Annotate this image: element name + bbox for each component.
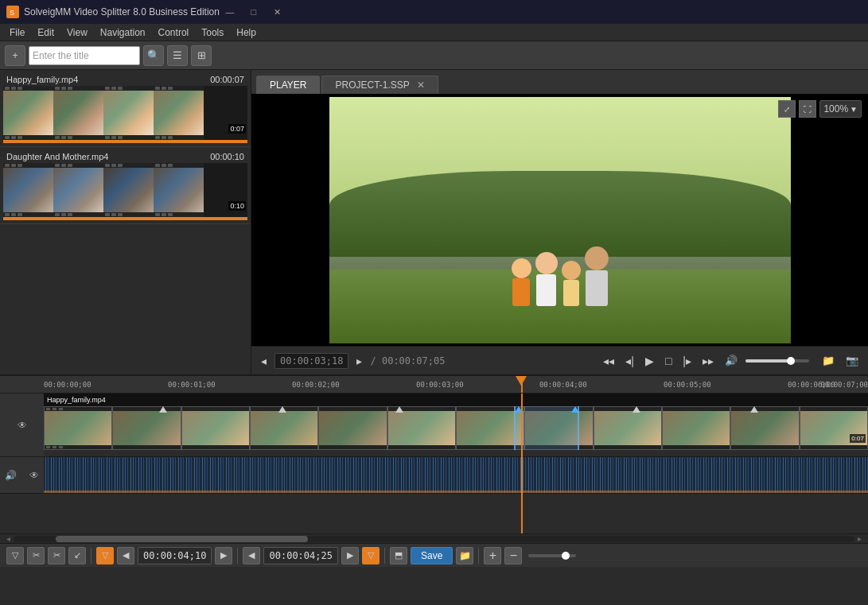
audio-eye-icon[interactable]: 👁: [29, 470, 39, 481]
clip-thumb-2-2: [53, 163, 103, 217]
minus-button[interactable]: −: [504, 547, 522, 564]
volume-slider[interactable]: [745, 359, 809, 363]
search-button[interactable]: 🔍: [143, 45, 164, 66]
ruler-mark-1: 00:00:01;00: [168, 381, 216, 389]
mark-in-next-button[interactable]: ▶: [215, 547, 232, 564]
separator-2: [237, 548, 238, 564]
ruler-mark-0: 00:00:00;00: [44, 381, 91, 389]
player-tabs: PLAYER PROJECT-1.SSP ✕: [251, 70, 868, 94]
title-bar: S SolveigMM Video Splitter 8.0 Business …: [0, 0, 868, 24]
mark-in-filter[interactable]: ▽: [96, 547, 114, 564]
scrollbar-track[interactable]: [14, 536, 854, 542]
separator-1: [91, 548, 91, 564]
split-icon: ✂: [33, 550, 40, 560]
close-button[interactable]: ✕: [267, 4, 288, 20]
tab-project[interactable]: PROJECT-1.SSP ✕: [321, 76, 438, 94]
split-button-2[interactable]: ✂: [48, 547, 65, 564]
film-strip: 0:07: [44, 406, 868, 450]
menu-control[interactable]: Control: [152, 25, 196, 40]
selection-region: [514, 406, 580, 450]
ruler-mark-7: 00:00:07;00: [820, 381, 868, 389]
tab-close-icon[interactable]: ✕: [417, 80, 425, 91]
zoom-slider-knob[interactable]: [562, 552, 570, 560]
split-icon-2: ✂: [53, 550, 60, 560]
clip-thumbnails-2[interactable]: 0:10: [3, 163, 247, 217]
timeline-tracks: 👁 Happy_family.mp4: [0, 394, 868, 533]
main-toolbar: + 🔍 ☰ ⊞: [0, 41, 868, 70]
mark-button[interactable]: ↙: [68, 547, 86, 564]
folder-icon: 📁: [459, 550, 471, 561]
next-segment-button[interactable]: ▸▸: [699, 353, 717, 369]
open-folder-icon[interactable]: 📁: [822, 355, 835, 366]
mark-out-time-display: 00:00:04;25: [263, 547, 337, 564]
menu-tools[interactable]: Tools: [195, 25, 230, 40]
clip-header-2: Daughter And Mother.mp4 00:00:10: [3, 150, 247, 163]
stop-button[interactable]: □: [662, 353, 675, 369]
go-to-start-button[interactable]: ◂: [258, 353, 270, 369]
clip-item-2: Daughter And Mother.mp4 00:00:10: [0, 147, 251, 224]
total-time-display: / 00:00:07;05: [370, 355, 445, 366]
mark-out-next-button[interactable]: ▶: [341, 547, 359, 564]
track-eye-icon[interactable]: 👁: [18, 420, 27, 431]
add-icon: +: [12, 49, 18, 61]
volume-icon[interactable]: 🔊: [725, 355, 738, 366]
search-input[interactable]: [29, 46, 140, 65]
step-fwd-button[interactable]: |▸: [679, 353, 695, 369]
audio-waveform: [44, 457, 868, 493]
clip-thumb-1-2: [53, 86, 103, 140]
add-button[interactable]: +: [484, 547, 501, 564]
list-view-button[interactable]: ☰: [167, 45, 188, 66]
scroll-left-button[interactable]: ◂: [3, 534, 14, 543]
save-button[interactable]: Save: [411, 547, 453, 564]
menu-edit[interactable]: Edit: [31, 25, 60, 40]
split-button[interactable]: ✂: [27, 547, 45, 564]
separator-3: [384, 548, 385, 564]
track-name-label: Happy_family.mp4: [44, 394, 868, 406]
audio-volume-icon[interactable]: 🔊: [5, 470, 17, 481]
maximize-button[interactable]: □: [243, 4, 264, 20]
export-button[interactable]: ⬒: [390, 547, 407, 564]
add-media-button[interactable]: +: [5, 45, 25, 66]
current-time-display: 00:00:03;18: [274, 353, 348, 369]
filter-button-1[interactable]: ▽: [6, 547, 24, 564]
video-track-content[interactable]: Happy_family.mp4: [44, 394, 868, 456]
mark-out-filter-icon: ▽: [368, 550, 374, 560]
clip-thumbnails-1[interactable]: 0:07: [3, 86, 247, 140]
mark-in-filter-icon: ▽: [102, 550, 108, 560]
zoom-slider[interactable]: [528, 554, 576, 557]
video-frame: [329, 97, 791, 343]
mark-out-prev-button[interactable]: ◀: [243, 547, 260, 564]
scroll-right-button[interactable]: ▸: [854, 534, 865, 543]
app-icon: S: [6, 6, 19, 18]
mark-in-prev-button[interactable]: ◀: [117, 547, 134, 564]
minimize-button[interactable]: —: [220, 4, 240, 20]
step-back-button[interactable]: ◂|: [622, 353, 637, 369]
menu-file[interactable]: File: [3, 25, 31, 40]
snapshot-icon[interactable]: 📷: [846, 355, 858, 366]
clip-thumb-2-1: [3, 163, 53, 217]
grid-view-button[interactable]: ⊞: [191, 45, 212, 66]
menu-bar: File Edit View Navigation Control Tools …: [0, 24, 868, 41]
go-to-end-button[interactable]: ▸: [353, 353, 365, 369]
tab-player[interactable]: PLAYER: [256, 76, 320, 94]
zoom-level: 100%: [823, 103, 848, 114]
folder-button[interactable]: 📁: [456, 547, 473, 564]
audio-track-content[interactable]: [44, 457, 868, 493]
playhead-indicator: [521, 376, 532, 386]
menu-view[interactable]: View: [60, 25, 94, 40]
menu-navigation[interactable]: Navigation: [94, 25, 152, 40]
export-icon: ⬒: [395, 550, 403, 560]
fit-button[interactable]: ⤢: [778, 100, 796, 118]
video-controls: ◂ 00:00:03;18 ▸ / 00:00:07;05 ◂◂ ◂| ▶ □ …: [251, 346, 868, 374]
search-icon: 🔍: [147, 49, 160, 61]
zoom-dropdown-icon[interactable]: ▼: [850, 105, 858, 114]
play-button[interactable]: ▶: [642, 353, 657, 369]
ruler-mark-4: 00:00:04;00: [539, 381, 587, 389]
clip-duration-2: 00:00:10: [210, 152, 244, 161]
menu-help[interactable]: Help: [230, 25, 263, 40]
app-title: SolveigMM Video Splitter 8.0 Business Ed…: [24, 6, 220, 17]
mark-out-filter[interactable]: ▽: [362, 547, 380, 564]
scrollbar-thumb[interactable]: [56, 536, 308, 542]
prev-segment-button[interactable]: ◂◂: [600, 353, 617, 369]
fullscreen-button[interactable]: ⛶: [799, 100, 816, 118]
